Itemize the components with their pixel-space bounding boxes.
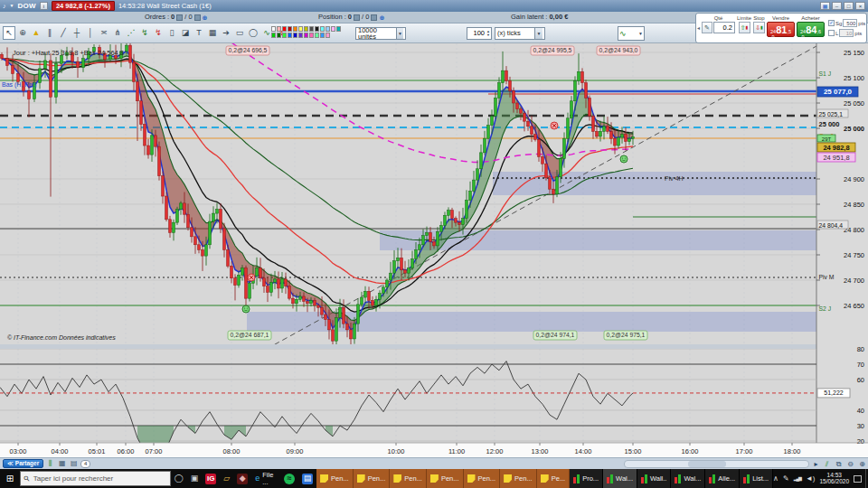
limit-distance-input[interactable]: 10 <box>839 29 854 37</box>
color-swatch[interactable] <box>288 33 292 38</box>
scrollbar-thumb[interactable] <box>688 461 726 467</box>
position-search-icon[interactable]: ⊕ <box>379 14 384 21</box>
limit-checkbox[interactable] <box>828 30 835 36</box>
chart-window-button[interactable]: Wal... <box>671 469 705 488</box>
color-swatch[interactable] <box>315 26 319 32</box>
sticky-note-window-button[interactable]: Pe... <box>537 469 570 488</box>
color-swatch[interactable] <box>336 26 341 32</box>
color-swatch[interactable] <box>293 33 297 38</box>
color-swatch[interactable] <box>288 26 292 32</box>
horizontal-line-icon[interactable]: ┼ <box>71 26 83 40</box>
share-button[interactable]: ≪ Partager <box>3 459 43 468</box>
zigzag-down-icon[interactable]: ↯ <box>152 26 165 40</box>
instrument-dropdown-arrow[interactable]: ▼ <box>10 4 14 8</box>
stop-garanti-checkbox[interactable]: ✓ <box>828 20 835 26</box>
color-swatch[interactable] <box>320 26 325 32</box>
timeframe-dropdown[interactable]: (x) ticks▼ <box>495 27 545 40</box>
color-swatch[interactable] <box>320 33 325 38</box>
notification-center-icon[interactable] <box>854 475 862 483</box>
stop-garanti-option[interactable]: ✓ Sg 500 pts <box>828 19 865 27</box>
color-swatch[interactable] <box>282 26 287 32</box>
chart-window-button[interactable]: List... <box>740 469 773 488</box>
spotify-button[interactable]: ≈ <box>280 469 298 488</box>
position-list-icon[interactable] <box>354 14 360 21</box>
cortana-button[interactable]: ◯ <box>171 469 187 488</box>
auto-scale-icon[interactable]: ⫽ <box>822 459 832 469</box>
vertical-line-icon[interactable]: │ <box>84 26 97 40</box>
color-swatch[interactable] <box>309 26 314 32</box>
color-swatch[interactable] <box>282 33 287 38</box>
file-explorer-button[interactable]: ▱ <box>220 469 233 488</box>
trendline-icon[interactable]: ╱ <box>57 26 70 40</box>
sound-icon[interactable]: ♪ <box>3 3 6 9</box>
mini-page-icon[interactable]: ▤ <box>69 459 79 468</box>
zoom-in-icon[interactable]: ⊕ <box>857 459 867 469</box>
mini-candle-chart-icon[interactable]: ⫼ <box>45 459 55 468</box>
chart-canvas[interactable]: 0,2@24 696,50,2@24 995,50,2@24 943,00,2@… <box>0 43 868 457</box>
limit-order-button[interactable]: ⇧▮ <box>739 22 750 33</box>
limit-option[interactable]: L 10 pts <box>828 29 865 37</box>
sticky-note-window-button[interactable]: Pen... <box>500 469 537 488</box>
screenshot-icon[interactable]: ▦ <box>206 26 219 40</box>
fibonacci-icon[interactable]: ≍ <box>98 26 110 40</box>
color-swatch[interactable] <box>271 33 276 38</box>
taskbar-search-input[interactable]: ⚲ Taper ici pour rechercher <box>20 471 171 486</box>
color-swatch[interactable] <box>271 26 276 32</box>
cursor-icon[interactable]: ↖ <box>3 26 15 40</box>
zoom-out-icon[interactable]: ⊖ <box>845 459 855 469</box>
workspace-count-badge[interactable]: 4 <box>80 460 90 468</box>
collapse-panel-icon[interactable]: ◂ <box>697 25 700 31</box>
task-view-button[interactable]: ▣ <box>187 469 203 488</box>
color-swatch[interactable] <box>315 33 319 38</box>
start-button[interactable]: ⊞ <box>0 469 20 488</box>
alarm-icon[interactable]: ▲ <box>30 26 42 40</box>
sticky-note-window-button[interactable]: Pen... <box>354 469 391 488</box>
sticky-note-window-button[interactable]: Pen... <box>316 469 354 488</box>
chart-window-button[interactable]: Wal... <box>603 469 637 488</box>
zoom-select-icon[interactable]: ⧉ <box>834 459 844 469</box>
tray-chevron-icon[interactable]: ∧ <box>773 475 778 483</box>
orders-book-icon[interactable] <box>194 14 201 21</box>
regression-icon[interactable]: ⋰ <box>125 26 137 40</box>
color-swatch[interactable] <box>309 33 314 38</box>
sticky-note-window-button[interactable]: Pen... <box>427 469 464 488</box>
color-swatch[interactable] <box>326 26 330 32</box>
buy-button[interactable]: 24 984,6 <box>797 22 825 37</box>
sticky-note-window-button[interactable]: Pen... <box>390 469 427 488</box>
text-icon[interactable]: T <box>193 26 205 40</box>
parallel-lines-icon[interactable]: ∥ <box>43 26 56 40</box>
orders-list-icon[interactable] <box>176 14 183 21</box>
color-swatch[interactable] <box>304 33 308 38</box>
mini-grid-icon[interactable]: ▦ <box>57 459 67 468</box>
stepper-arrows-icon[interactable]: ▲▼ <box>486 30 490 37</box>
mail-app-button[interactable]: ▤ <box>298 469 316 488</box>
color-swatch[interactable] <box>326 33 330 38</box>
restore-button[interactable]: □ <box>844 2 854 10</box>
edit-order-icon[interactable]: ✎ <box>702 22 712 33</box>
position-book-icon[interactable] <box>371 14 377 21</box>
info-icon[interactable]: i <box>40 2 48 10</box>
chart-window-button[interactable]: Wall.. <box>637 469 671 488</box>
color-swatch[interactable] <box>277 26 281 32</box>
layout-icon[interactable]: ▦ <box>820 2 830 10</box>
ig-app-button[interactable]: IG <box>202 469 220 488</box>
sell-button[interactable]: 24 981,5 <box>767 22 795 37</box>
ellipse-icon[interactable]: ◯ <box>247 26 259 40</box>
color-swatch[interactable] <box>293 26 297 32</box>
media-app-button[interactable]: ◆ <box>233 469 251 488</box>
color-swatch[interactable] <box>331 26 335 32</box>
color-swatch[interactable] <box>298 33 303 38</box>
units-dropdown[interactable]: 10000 unités▼ <box>355 27 406 40</box>
color-swatch[interactable] <box>304 26 308 32</box>
close-button[interactable]: × <box>855 2 865 10</box>
chart-window-button[interactable]: Pro... <box>570 469 603 488</box>
chart-window-button[interactable]: Alle... <box>705 469 740 488</box>
stop-distance-input[interactable]: 500 <box>843 19 857 27</box>
chart-type-button[interactable]: ∿ ▼ <box>618 26 645 41</box>
ticks-count-stepper[interactable]: 100 ▲▼ <box>467 27 492 40</box>
clock[interactable]: 14:53 15/06/2020 <box>819 473 849 484</box>
color-swatch[interactable] <box>277 33 281 38</box>
pen-icon[interactable]: ✎ <box>783 475 789 483</box>
quantity-input[interactable] <box>713 22 735 33</box>
delete-icon[interactable]: ▯ <box>165 26 178 40</box>
